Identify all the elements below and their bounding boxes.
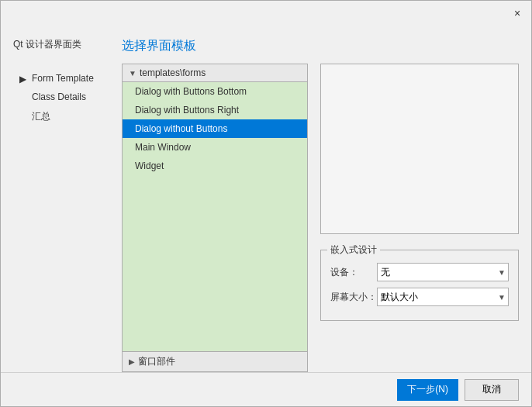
sidebar-label-summary: 汇总 xyxy=(32,110,50,123)
sidebar-item-form-template[interactable]: ▶ Form Template xyxy=(13,70,109,87)
title-bar: × xyxy=(1,1,531,26)
list-item-dialog-buttons-right[interactable]: Dialog with Buttons Right xyxy=(123,101,307,119)
screen-size-label: 屏幕大小： xyxy=(330,291,377,304)
device-select[interactable]: 无 xyxy=(377,263,509,281)
screen-size-select[interactable]: 默认大小 xyxy=(377,288,509,306)
screen-size-row: 屏幕大小： 默认大小 ▼ xyxy=(330,288,509,306)
main-content: 选择界面模板 ▼ templates\forms Dialog with But… xyxy=(109,26,519,372)
header-arrow-icon: ▼ xyxy=(129,69,136,78)
device-select-wrapper: 无 ▼ xyxy=(377,263,509,281)
device-label: 设备： xyxy=(330,266,377,279)
list-section-header: ▶ 窗口部件 xyxy=(123,351,307,371)
list-item-widget[interactable]: Widget xyxy=(123,157,307,175)
sidebar-label-form-template: Form Template xyxy=(32,73,94,84)
list-items: Dialog with Buttons Bottom Dialog with B… xyxy=(123,82,307,351)
left-sidebar: Qt 设计器界面类 ▶ Form Template Class Details … xyxy=(1,26,109,372)
section-title: 选择界面模板 xyxy=(122,38,519,54)
screen-size-select-wrapper: 默认大小 ▼ xyxy=(377,288,509,306)
list-item-dialog-without-buttons[interactable]: Dialog without Buttons xyxy=(123,119,307,138)
preview-box xyxy=(320,64,519,234)
section-arrow-icon: ▶ xyxy=(129,357,135,366)
sidebar-label-class-details: Class Details xyxy=(32,91,86,102)
cancel-button[interactable]: 取消 xyxy=(465,379,519,401)
preview-area: 嵌入式设计 设备： 无 ▼ 屏幕大小： xyxy=(320,64,519,372)
list-item-dialog-buttons-bottom[interactable]: Dialog with Buttons Bottom xyxy=(123,82,307,101)
sidebar-item-class-details[interactable]: Class Details xyxy=(13,88,109,105)
app-title: Qt 设计器界面类 xyxy=(13,38,109,51)
bottom-bar: 下一步(N) 取消 xyxy=(1,372,531,406)
next-button[interactable]: 下一步(N) xyxy=(397,379,458,401)
close-button[interactable]: × xyxy=(510,5,525,21)
arrow-icon: ▶ xyxy=(19,74,29,83)
sidebar-item-summary[interactable]: 汇总 xyxy=(13,107,109,126)
template-list-container: ▼ templates\forms Dialog with Buttons Bo… xyxy=(122,64,308,372)
embedded-design-group: 嵌入式设计 设备： 无 ▼ 屏幕大小： xyxy=(320,250,519,321)
content-area: Qt 设计器界面类 ▶ Form Template Class Details … xyxy=(1,26,531,372)
embedded-design-title: 嵌入式设计 xyxy=(327,243,380,257)
template-area: ▼ templates\forms Dialog with Buttons Bo… xyxy=(122,64,519,372)
main-dialog: × Qt 设计器界面类 ▶ Form Template Class Detail… xyxy=(0,0,532,407)
list-header-label: templates\forms xyxy=(140,67,206,78)
section-header-label: 窗口部件 xyxy=(138,355,175,368)
list-item-main-window[interactable]: Main Window xyxy=(123,138,307,157)
device-row: 设备： 无 ▼ xyxy=(330,263,509,281)
list-header: ▼ templates\forms xyxy=(123,64,307,82)
